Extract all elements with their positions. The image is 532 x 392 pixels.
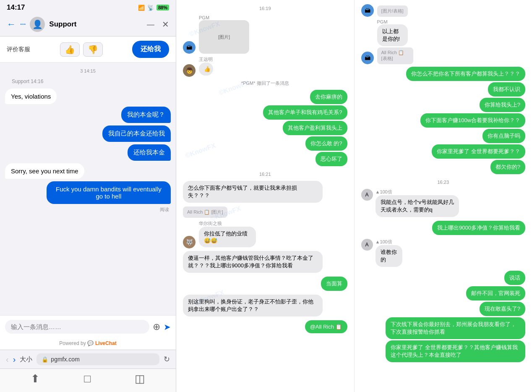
gray-msg-1: 怎么你下面客户都亏钱了，就要让我来承担损失？？？ <box>183 181 323 203</box>
livechat-badge: 💬 LiveChat <box>87 340 117 346</box>
green-msg-5: 恶心坏了 <box>316 152 347 166</box>
msg-insult: Fuck you damn bandits will eventually go… <box>47 181 171 204</box>
browser-bar: ‹ › 大小 🔒 pgmfx.com ↻ <box>0 350 176 368</box>
pgm-right-row-2: 🏔 PGM 以上都是你的! All Rich 📋 [表格] <box>361 19 526 64</box>
livechat-label: LiveChat <box>95 340 117 346</box>
bottom-nav: ⬆ □ ◫ <box>0 368 176 392</box>
livechat-icon: 💬 <box>87 340 94 346</box>
gray-msg-3: 别这里狗叫，换身份证，老子身正不怕影子歪，你他妈拿出来哪个账户出金了？？ <box>183 295 323 316</box>
right-timestamp-1621: 16:21 <box>183 170 347 178</box>
msg-return-principal: 我自己的本金还给我 <box>102 125 171 142</box>
msg-violations: Yes, violations <box>5 89 57 104</box>
support-label: Support 14:16 <box>5 77 171 86</box>
timestamp-1: 3 14:15 <box>5 66 171 74</box>
right-timestamp-1623: 16:23 <box>361 178 526 186</box>
allrich-row: All Rich 📋 [图片] <box>183 206 347 218</box>
read-receipt: 阅读 <box>160 206 171 213</box>
right-columns: ©KnowFX ©KnowFX ©KnowFX ©KnowFX ©KnowFX … <box>176 0 532 392</box>
chat-header: ← ··· 👤 Support — ✕ <box>0 13 176 37</box>
right-green-2: 我都不认识 <box>488 82 525 97</box>
msg-give-back: 还给我本金 <box>128 144 171 161</box>
right-green-4: 你下面客户赚100w合着要我补给你？？ <box>420 113 525 128</box>
wang-bubble-col: 王远明 👍 <box>199 56 216 77</box>
agent-row-2: A ▲100倍 谁教你的 <box>361 239 526 268</box>
chat-input-area: ⊕ ➤ <box>0 315 176 338</box>
msg-row-right-3: @All Rich 📋 <box>183 320 347 335</box>
pgm-label-r2: PGM <box>377 19 413 24</box>
url-text: pgmfx.com <box>51 356 79 363</box>
pgm-right-row-1: 🏔 [图片/表格] <box>361 4 526 17</box>
right-green-warning: 下次线下展会你最好别去，郑州展会我朋友看你了，下次直接报警给你抓看 <box>386 317 525 339</box>
agent-msg-2: 谁教你的 <box>376 245 403 267</box>
thumb-down-button[interactable]: 👎 <box>83 42 103 57</box>
right-col-left: ©KnowFX ©KnowFX ©KnowFX ©KnowFX ©KnowFX … <box>176 0 355 392</box>
huaer-msg-row: 🐺 华尔街之狼 你拉低了他的业绩😅😅 <box>183 220 347 248</box>
pgm-right-avatar-row-2: 🏔 PGM 以上都是你的! All Rich 📋 [表格] <box>361 19 422 64</box>
pgm-table-2: All Rich 📋 [表格] <box>377 47 413 64</box>
reload-button[interactable]: ↻ <box>164 355 170 364</box>
agent-avatar-1: A <box>361 189 373 201</box>
pgm-label-1: PGM <box>199 15 249 20</box>
right-green-6: 你家里死爹了 全世界都要死爹？？ <box>432 144 525 159</box>
nav-share-button[interactable]: ⬆ <box>31 372 40 385</box>
msg-sorry: Sorry, see you next time <box>5 163 84 179</box>
avatar: 👤 <box>30 17 45 32</box>
huaer-msg: 你拉低了他的业绩😅😅 <box>199 227 256 247</box>
pgm-avatar-1: 🏔 <box>183 41 196 54</box>
right-col-right: 🏔 [图片/表格] 🏔 PGM 以上都是你的! All Rich 📋 [表格] … <box>355 0 532 392</box>
msg-row-right-1: 去你麻痹的 其他客户单子和我有鸡毛关系? 其他客户盈利算我头上 你怎么敢 的? … <box>183 90 347 167</box>
agent-bubble-col-1: ▲100倍 我能点号，给个v号就能凤好几天或者永久，需要的q <box>376 189 474 218</box>
powered-by-label: Powered by <box>59 340 86 346</box>
browser-size-label: 大小 <box>20 355 32 363</box>
rating-thumbs: 👍 👎 <box>60 42 103 57</box>
thumb-up-button[interactable]: 👍 <box>60 42 80 57</box>
more-button[interactable]: ··· <box>20 21 26 28</box>
green-msg-1: 去你麻痹的 <box>310 90 347 104</box>
allrich-image: All Rich 📋 [图片] <box>183 206 227 218</box>
nav-forward-button[interactable]: › <box>13 355 16 364</box>
gray-msg-2: 傻逼一样，其他客户赚钱管我什么事情？吃了本金了就？？？我上哪出9000多净值？你… <box>183 251 323 273</box>
nav-back-button[interactable]: ‹ <box>6 355 9 364</box>
attach-button[interactable]: ⊕ <box>153 321 160 332</box>
close-button[interactable]: ✕ <box>162 19 169 29</box>
minimize-button[interactable]: — <box>147 20 154 29</box>
right-green-5: 你有点脑子吗 <box>482 129 525 143</box>
green-msg-atallrich: @All Rich 📋 <box>305 320 347 333</box>
status-icons: 📶 📡 88% <box>138 5 169 11</box>
pgm-avatar-r2: 🏔 <box>361 52 374 64</box>
pgm-table-img-1: [图片/表格] <box>377 5 408 17</box>
sys-note-recall: *PGM* 撤回了一条消息 <box>183 79 347 87</box>
right-green-1: 你怎么不把你名下所有客户都算我头上？？？ <box>406 67 525 81</box>
huaer-avatar: 🐺 <box>183 236 196 248</box>
right-green-group-2: 说话 邮件不回，官网装死 现在敢嘉头了? 下次线下展会你最好别去，郑州展会我朋友… <box>361 271 526 363</box>
right-timestamp-1619: 16:19 <box>183 4 347 13</box>
wang-avatar: 👦 <box>183 64 196 77</box>
right-green-group: 你怎么不把你名下所有客户都算我头上？？？ 我都不认识 你算给我头上? 你下面客户… <box>361 67 526 175</box>
url-bar[interactable]: 🔒 pgmfx.com <box>37 353 159 365</box>
pgm-image-1: [图片] <box>199 20 249 54</box>
pgm-avatar-r1: 🏔 <box>361 4 374 17</box>
battery-indicator: 88% <box>156 5 169 10</box>
huaer-label: 华尔街之狼 <box>199 220 266 227</box>
message-input[interactable] <box>5 320 149 334</box>
msg-row-right-2: 当面算 <box>183 277 347 292</box>
wang-msg-row: 👦 王远明 👍 <box>183 56 347 77</box>
left-panel: 14:17 📶 📡 88% ← ··· 👤 Support — ✕ 评价客服 👍… <box>0 0 176 392</box>
agent-bubble-col-2: ▲100倍 谁教你的 <box>376 239 407 268</box>
send-button[interactable]: ➤ <box>164 322 171 332</box>
lock-icon: 🔒 <box>42 356 48 363</box>
right-green-final: 你家里死爹了 全世界都要死爹？？其他客户赚钱算我这个代理头上？本金直接吃了 <box>386 340 525 362</box>
rating-bar: 评价客服 👍 👎 还给我 <box>0 37 176 63</box>
pgm-bubble-col-1: PGM [图片] <box>199 15 249 54</box>
agent-badge-1: ▲100倍 <box>376 189 474 195</box>
back-button[interactable]: ← <box>7 19 16 30</box>
nav-tabs-button[interactable]: ◫ <box>135 372 145 385</box>
wifi-icon: 📡 <box>147 5 154 11</box>
nav-bookmark-button[interactable]: □ <box>84 372 91 385</box>
green-msg-4: 你怎么敢 的? <box>305 136 347 151</box>
green-msg-dangmian: 当面算 <box>321 277 347 291</box>
refund-button[interactable]: 还给我 <box>132 41 169 58</box>
pgm-right-avatar-row-1: 🏔 [图片/表格] <box>361 4 408 17</box>
agent-row-1: A ▲100倍 我能点号，给个v号就能凤好几天或者永久，需要的q <box>361 189 526 218</box>
right-panel: ©KnowFX ©KnowFX ©KnowFX ©KnowFX ©KnowFX … <box>176 0 532 392</box>
